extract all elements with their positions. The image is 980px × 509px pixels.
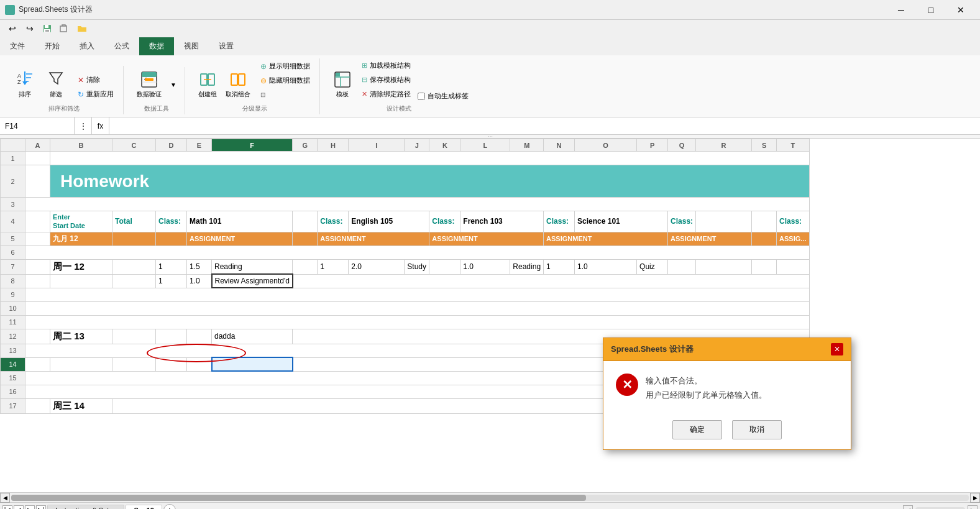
- cell-G4[interactable]: [293, 211, 318, 232]
- cell-F12[interactable]: dadda: [212, 329, 293, 344]
- cell-C5[interactable]: [112, 232, 156, 245]
- cell-K4[interactable]: Class:: [429, 211, 460, 232]
- tab-first-button[interactable]: |◀: [2, 505, 12, 510]
- cell-Q4[interactable]: Class:: [668, 211, 696, 232]
- row-header-11[interactable]: 11: [1, 315, 25, 329]
- cell-T4[interactable]: Class:: [777, 211, 809, 232]
- save-template-button[interactable]: ⊟ 保存模板结构: [357, 73, 415, 86]
- col-header-L[interactable]: L: [460, 139, 510, 152]
- tab-last-button[interactable]: ▶|: [36, 505, 46, 510]
- cell-S7[interactable]: [752, 259, 777, 274]
- row-header-7[interactable]: 7: [1, 259, 25, 274]
- auto-label-checkbox[interactable]: 自动生成标签: [418, 91, 469, 101]
- cell-A4[interactable]: [25, 211, 50, 232]
- cell-H7[interactable]: 1: [318, 259, 349, 274]
- cell-H4[interactable]: Class:: [318, 211, 349, 232]
- tab-formula[interactable]: 公式: [104, 37, 139, 55]
- cell-Q5[interactable]: ASSIGNMENT: [668, 232, 752, 245]
- save-button[interactable]: [40, 21, 55, 36]
- tab-settings[interactable]: 设置: [209, 37, 244, 55]
- cell-A17[interactable]: [25, 398, 50, 413]
- cell-C4[interactable]: Total: [112, 211, 156, 232]
- undo-button[interactable]: ↩: [5, 21, 20, 36]
- auto-label-input[interactable]: [418, 93, 425, 100]
- cell-B17[interactable]: 周三 14: [50, 398, 112, 413]
- redo-button[interactable]: ↪: [22, 21, 37, 36]
- cell-I4[interactable]: English 105: [349, 211, 429, 232]
- ungroup-button[interactable]: 取消组合: [222, 68, 254, 101]
- cell-T7[interactable]: [777, 259, 809, 274]
- col-header-M[interactable]: M: [510, 139, 544, 152]
- sheet-tab-sep12[interactable]: Sep12: [126, 505, 162, 510]
- cell-G5[interactable]: [293, 232, 318, 245]
- cell-J7[interactable]: Study: [405, 259, 429, 274]
- col-header-P[interactable]: P: [637, 139, 668, 152]
- cell-D5[interactable]: [156, 232, 187, 245]
- col-header-B[interactable]: B: [50, 139, 112, 152]
- cell-B12[interactable]: 周二 13: [50, 329, 112, 344]
- cell-B14[interactable]: [50, 357, 112, 371]
- cell-A12[interactable]: [25, 329, 50, 344]
- tab-data[interactable]: 数据: [139, 37, 174, 55]
- cell-B8[interactable]: [50, 274, 112, 288]
- cell-E8[interactable]: 1.0: [187, 274, 212, 288]
- cell-P7[interactable]: Quiz: [637, 259, 668, 274]
- tab-view[interactable]: 视图: [174, 37, 209, 55]
- cell-E12[interactable]: [187, 329, 212, 344]
- cell-B1[interactable]: [50, 152, 810, 165]
- cell-R7[interactable]: [696, 259, 752, 274]
- tab-home[interactable]: 开始: [35, 37, 70, 55]
- cell-S5[interactable]: [752, 232, 777, 245]
- col-header-J[interactable]: J: [405, 139, 429, 152]
- col-header-A[interactable]: A: [25, 139, 50, 152]
- create-group-button[interactable]: 创建组: [195, 68, 220, 101]
- data-validate-dropdown[interactable]: ▼: [167, 68, 180, 101]
- cell-G7[interactable]: [293, 259, 318, 274]
- cell-A1[interactable]: [25, 152, 50, 165]
- cell-C14[interactable]: [112, 357, 156, 371]
- col-header-F[interactable]: F: [212, 139, 293, 152]
- cell-D12[interactable]: [156, 329, 187, 344]
- tab-prev-button[interactable]: ◀: [14, 505, 24, 510]
- scroll-right-button[interactable]: ▶: [970, 493, 980, 503]
- cell-E14[interactable]: [187, 357, 212, 371]
- sort-button[interactable]: A Z 排序: [10, 67, 40, 101]
- cell-B7[interactable]: 周一 12: [50, 259, 112, 274]
- cell-B5[interactable]: 九月 12: [50, 232, 112, 245]
- col-header-N[interactable]: N: [544, 139, 575, 152]
- cell-B4[interactable]: EnterStart Date: [50, 211, 112, 232]
- group-dialog-button[interactable]: ⊡: [256, 88, 314, 101]
- folder-button[interactable]: [75, 21, 89, 36]
- col-header-Q[interactable]: Q: [668, 139, 696, 152]
- col-header-R[interactable]: R: [696, 139, 752, 152]
- template-button[interactable]: 模板: [330, 68, 355, 101]
- cell-row9[interactable]: [25, 288, 810, 301]
- scroll-left-button[interactable]: ◀: [0, 493, 10, 503]
- row-header-15[interactable]: 15: [1, 371, 25, 385]
- scrollbar-track[interactable]: [11, 495, 969, 501]
- row-header-8[interactable]: 8: [1, 274, 25, 288]
- cell-reference-input[interactable]: [0, 117, 75, 134]
- cell-H5[interactable]: ASSIGNMENT: [318, 232, 429, 245]
- row-header-3[interactable]: 3: [1, 198, 25, 211]
- row-header-12[interactable]: 12: [1, 329, 25, 344]
- cell-N7[interactable]: 1: [544, 259, 575, 274]
- cell-A7[interactable]: [25, 259, 50, 274]
- minimize-button[interactable]: ─: [887, 0, 915, 20]
- col-header-E[interactable]: E: [187, 139, 212, 152]
- cell-R4[interactable]: [696, 211, 752, 232]
- row-header-13[interactable]: 13: [1, 344, 25, 357]
- cell-B2-title[interactable]: Homework: [50, 165, 810, 198]
- sheet-scrollbar[interactable]: [915, 507, 965, 510]
- cell-C7[interactable]: [112, 259, 156, 274]
- formula-input[interactable]: [109, 117, 980, 134]
- cell-D7[interactable]: 1: [156, 259, 187, 274]
- formula-symbol-button[interactable]: fx: [92, 117, 109, 134]
- row-header-5[interactable]: 5: [1, 232, 25, 245]
- row-header-10[interactable]: 10: [1, 301, 25, 315]
- filter-button[interactable]: 筛选: [41, 67, 71, 101]
- cell-row6[interactable]: [25, 245, 810, 259]
- dialog-cancel-button[interactable]: 取消: [732, 420, 782, 439]
- cell-I7[interactable]: 2.0: [349, 259, 405, 274]
- load-template-button[interactable]: ⊞ 加载模板结构: [357, 59, 415, 72]
